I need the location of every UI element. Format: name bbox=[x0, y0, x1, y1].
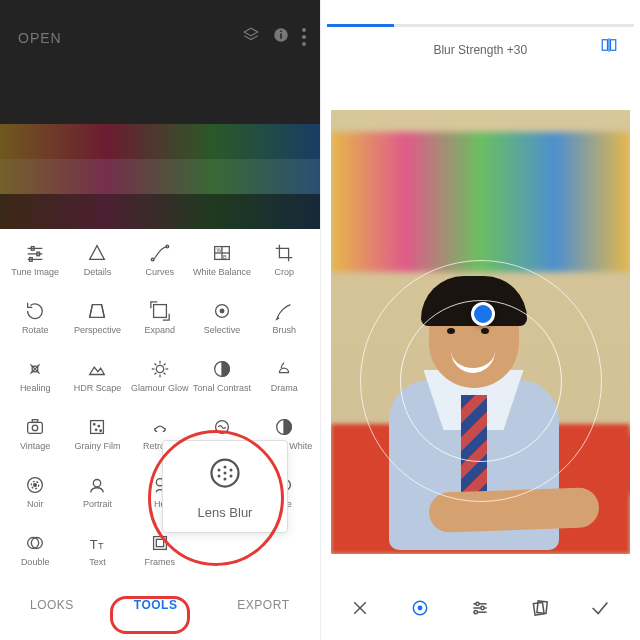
perspective-icon bbox=[86, 300, 108, 322]
svg-point-66 bbox=[230, 469, 233, 472]
tonal-contrast-icon bbox=[211, 358, 233, 380]
tool-label: Selective bbox=[193, 326, 251, 344]
tool-details[interactable]: Details bbox=[66, 235, 128, 293]
frames-icon bbox=[149, 532, 171, 554]
svg-line-19 bbox=[102, 305, 105, 318]
tool-selective[interactable]: Selective bbox=[191, 293, 253, 351]
tool-label: Brush bbox=[255, 326, 313, 344]
svg-rect-62 bbox=[156, 539, 163, 546]
grainy-film-icon bbox=[86, 416, 108, 438]
svg-point-81 bbox=[476, 602, 479, 605]
svg-rect-35 bbox=[28, 422, 43, 433]
layers-icon[interactable] bbox=[242, 26, 260, 48]
tool-label: Details bbox=[68, 268, 126, 286]
tool-tonal-contrast[interactable]: Tonal Contrast bbox=[191, 351, 253, 409]
tool-label: HDR Scape bbox=[68, 384, 126, 402]
tool-expand[interactable]: Expand bbox=[129, 293, 191, 351]
white-balance-icon: WB bbox=[211, 242, 233, 264]
bottom-nav: LOOKS TOOLS EXPORT bbox=[0, 580, 320, 630]
styles-button[interactable] bbox=[520, 590, 560, 626]
tool-tune-image[interactable]: Tune Image bbox=[4, 235, 66, 293]
tool-noir[interactable]: Noir bbox=[4, 467, 66, 525]
svg-point-83 bbox=[474, 611, 477, 614]
menu-icon[interactable] bbox=[302, 28, 306, 46]
tool-drama[interactable]: Drama bbox=[253, 351, 315, 409]
portrait-icon bbox=[86, 474, 108, 496]
hdr-scape-icon bbox=[86, 358, 108, 380]
tool-brush[interactable]: Brush bbox=[253, 293, 315, 351]
tool-hdr-scape[interactable]: HDR Scape bbox=[66, 351, 128, 409]
open-button[interactable]: OPEN bbox=[18, 30, 62, 46]
svg-line-31 bbox=[163, 373, 165, 375]
selective-icon bbox=[211, 300, 233, 322]
svg-text:W: W bbox=[217, 247, 223, 253]
dimmed-photo-area: OPEN bbox=[0, 0, 320, 229]
info-icon[interactable] bbox=[272, 26, 290, 48]
brush-icon bbox=[273, 300, 295, 322]
svg-point-68 bbox=[224, 478, 227, 481]
curves-icon bbox=[149, 242, 171, 264]
lens-blur-label: Lens Blur bbox=[169, 505, 281, 520]
svg-rect-71 bbox=[602, 40, 607, 51]
tools-screen: OPEN Tune ImageDetailsCurvesWBWhite Bala… bbox=[0, 0, 321, 640]
tool-label: Vintage bbox=[6, 442, 64, 460]
tool-crop[interactable]: Crop bbox=[253, 235, 315, 293]
tool-label: Frames bbox=[131, 558, 189, 576]
glamour-glow-icon bbox=[149, 358, 171, 380]
details-icon bbox=[86, 242, 108, 264]
retrolux-icon bbox=[149, 416, 171, 438]
adjust-button[interactable] bbox=[460, 590, 500, 626]
tool-portrait[interactable]: Portrait bbox=[66, 467, 128, 525]
drama-icon bbox=[273, 358, 295, 380]
svg-text:B: B bbox=[223, 254, 227, 260]
expand-icon bbox=[149, 300, 171, 322]
tool-grainy-film[interactable]: Grainy Film bbox=[66, 409, 128, 467]
svg-text:T: T bbox=[90, 537, 98, 552]
tool-label: Glamour Glow bbox=[131, 384, 189, 402]
blur-shape-button[interactable] bbox=[400, 590, 440, 626]
svg-point-41 bbox=[96, 429, 97, 430]
tool-text[interactable]: TTText bbox=[66, 525, 128, 580]
photo-preview bbox=[0, 124, 320, 229]
nav-tools[interactable]: TOOLS bbox=[134, 598, 178, 612]
tool-perspective[interactable]: Perspective bbox=[66, 293, 128, 351]
status-label: Blur Strength +30 bbox=[433, 43, 527, 57]
tool-white-balance[interactable]: WBWhite Balance bbox=[191, 235, 253, 293]
svg-line-18 bbox=[90, 305, 93, 318]
tool-rotate[interactable]: Rotate bbox=[4, 293, 66, 351]
nav-export[interactable]: EXPORT bbox=[237, 598, 289, 612]
apply-button[interactable] bbox=[580, 590, 620, 626]
nav-looks[interactable]: LOOKS bbox=[30, 598, 74, 612]
tool-glamour-glow[interactable]: Glamour Glow bbox=[129, 351, 191, 409]
tool-label: Noir bbox=[6, 500, 64, 518]
svg-line-32 bbox=[154, 373, 156, 375]
tool-curves[interactable]: Curves bbox=[129, 235, 191, 293]
svg-rect-37 bbox=[32, 420, 38, 423]
tune-image-icon bbox=[24, 242, 46, 264]
strength-slider[interactable] bbox=[327, 24, 635, 27]
svg-point-69 bbox=[230, 475, 233, 478]
svg-line-33 bbox=[163, 364, 165, 366]
svg-rect-72 bbox=[611, 40, 616, 51]
tool-label: Portrait bbox=[68, 500, 126, 518]
svg-rect-2 bbox=[280, 31, 282, 33]
tool-double-exposure[interactable]: Double bbox=[4, 525, 66, 580]
vintage-icon bbox=[24, 416, 46, 438]
black-white-icon bbox=[273, 416, 295, 438]
photo-canvas[interactable] bbox=[331, 110, 631, 554]
strength-fill bbox=[327, 24, 395, 27]
cancel-button[interactable] bbox=[340, 590, 380, 626]
compare-icon[interactable] bbox=[600, 36, 618, 58]
tool-label: Crop bbox=[255, 268, 313, 286]
grunge-icon bbox=[211, 416, 233, 438]
tool-vintage[interactable]: Vintage bbox=[4, 409, 66, 467]
tool-label: Grainy Film bbox=[68, 442, 126, 460]
svg-point-22 bbox=[220, 309, 224, 313]
tool-frames[interactable]: Frames bbox=[129, 525, 191, 580]
tool-label: Double bbox=[6, 558, 64, 576]
svg-line-30 bbox=[154, 364, 156, 366]
tool-label: Tune Image bbox=[6, 268, 64, 286]
tool-healing[interactable]: Healing bbox=[4, 351, 66, 409]
lens-blur-tooltip: Lens Blur bbox=[162, 440, 288, 533]
svg-point-47 bbox=[34, 484, 37, 487]
